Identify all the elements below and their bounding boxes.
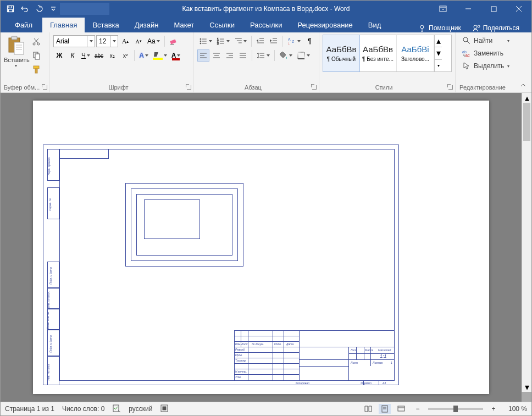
- bullets-button[interactable]: [197, 35, 214, 47]
- justify-button[interactable]: [237, 49, 249, 62]
- svg-rect-32: [172, 58, 180, 60]
- save-button[interactable]: [4, 2, 17, 15]
- tab-review[interactable]: Рецензирование: [290, 18, 360, 32]
- style-sample: АаБбВв: [363, 45, 393, 54]
- scroll-down[interactable]: ▾: [522, 382, 531, 392]
- ribbon-tabs: Файл Главная Вставка Дизайн Макет Ссылки…: [1, 17, 531, 32]
- italic-button[interactable]: К: [66, 49, 79, 62]
- underline-button[interactable]: Ч: [80, 49, 92, 62]
- font-name-select[interactable]: Arial: [53, 35, 95, 47]
- replace-button[interactable]: abacЗаменить: [459, 47, 513, 59]
- status-words[interactable]: Число слов: 0: [62, 405, 104, 413]
- tab-view[interactable]: Вид: [361, 18, 389, 32]
- title-block: Изм. Лист № докум. Подп. Дата Разраб. Пр…: [234, 330, 395, 381]
- svg-text:3: 3: [217, 42, 219, 45]
- tab-mailings[interactable]: Рассылки: [242, 18, 290, 32]
- shading-button[interactable]: [278, 49, 294, 62]
- change-case-button[interactable]: Aa: [146, 35, 162, 47]
- grow-font-button[interactable]: A▴: [119, 35, 131, 47]
- quick-access-toolbar: [1, 2, 60, 15]
- style-heading1[interactable]: АаБбВі Заголово...: [397, 35, 434, 71]
- styles-up[interactable]: ▴: [435, 35, 442, 47]
- highlight-button[interactable]: [151, 49, 169, 62]
- redo-button[interactable]: [32, 2, 46, 15]
- status-page[interactable]: Страница 1 из 1: [5, 405, 54, 413]
- clear-formatting-button[interactable]: [168, 35, 180, 47]
- view-read-mode[interactable]: [362, 404, 374, 414]
- font-color-button[interactable]: A: [170, 49, 182, 62]
- tab-insert[interactable]: Вставка: [85, 18, 126, 32]
- show-marks-button[interactable]: ¶: [303, 35, 315, 47]
- scroll-thumb[interactable]: [523, 103, 530, 141]
- cut-button[interactable]: [30, 36, 42, 48]
- styles-down[interactable]: ▾: [435, 47, 442, 59]
- borders-button[interactable]: [295, 49, 312, 62]
- document-background[interactable]: Перв. примен. Справ. № Подп. и дата Инв.…: [1, 93, 522, 402]
- view-print-layout[interactable]: [379, 404, 391, 414]
- numbering-button[interactable]: 123: [215, 35, 231, 47]
- subscript-button[interactable]: x₂: [106, 49, 118, 62]
- select-button[interactable]: Выделить▾: [459, 60, 513, 72]
- font-size-select[interactable]: 12: [96, 35, 118, 47]
- tab-design[interactable]: Дизайн: [127, 18, 167, 32]
- style-no-spacing[interactable]: АаБбВв ¶ Без инте...: [359, 35, 397, 71]
- paste-button[interactable]: Вставить ▾: [4, 35, 28, 79]
- shrink-font-button[interactable]: A▾: [132, 35, 145, 47]
- zoom-level[interactable]: 100 %: [504, 405, 527, 413]
- close-button[interactable]: [506, 1, 531, 17]
- find-button[interactable]: Найти▾: [459, 35, 513, 47]
- vertical-scrollbar[interactable]: ▴ ▾: [522, 93, 531, 392]
- status-macro-icon[interactable]: [160, 404, 169, 414]
- stamp-label: Утв.: [235, 375, 241, 379]
- text-effects-button[interactable]: A: [137, 49, 150, 62]
- tab-layout[interactable]: Макет: [166, 18, 202, 32]
- clipboard-launcher[interactable]: [41, 84, 48, 90]
- decrease-indent-button[interactable]: [254, 35, 267, 47]
- svg-point-34: [200, 41, 201, 42]
- side-label: Перв. примен.: [47, 157, 51, 175]
- qat-customize-button[interactable]: [47, 2, 60, 15]
- tab-home[interactable]: Главная: [42, 18, 85, 32]
- copy-button[interactable]: [30, 49, 42, 62]
- style-normal[interactable]: АаБбВв ¶ Обычный: [323, 35, 360, 72]
- bold-button[interactable]: Ж: [53, 49, 65, 62]
- format-painter-button[interactable]: [30, 63, 42, 75]
- font-launcher[interactable]: [185, 84, 192, 90]
- zoom-out-button[interactable]: −: [412, 404, 424, 414]
- ribbon-options-button[interactable]: [430, 1, 456, 17]
- align-center-button[interactable]: [210, 49, 223, 62]
- scroll-up[interactable]: ▴: [522, 93, 531, 103]
- side-label: Справ. №: [48, 198, 52, 211]
- svg-point-74: [463, 37, 468, 42]
- group-clipboard: Вставить ▾ Буфер обм...: [1, 32, 50, 92]
- status-language[interactable]: русский: [129, 405, 152, 413]
- style-sample: АаБбВі: [401, 45, 429, 54]
- collapse-ribbon-button[interactable]: [519, 81, 528, 90]
- superscript-button[interactable]: x²: [119, 49, 131, 62]
- embedded-drawing[interactable]: Перв. примен. Справ. № Подп. и дата Инв.…: [43, 145, 399, 385]
- strikethrough-button[interactable]: abc: [93, 49, 105, 62]
- styles-more[interactable]: ▾: [435, 60, 442, 71]
- minimize-button[interactable]: [456, 1, 481, 17]
- align-right-button[interactable]: [224, 49, 236, 62]
- line-spacing-button[interactable]: [255, 49, 271, 62]
- align-left-button[interactable]: [197, 49, 209, 62]
- zoom-slider[interactable]: [428, 408, 483, 410]
- tell-me[interactable]: Помощник: [412, 24, 467, 32]
- zoom-in-button[interactable]: +: [487, 404, 500, 414]
- stamp-label: Н.контр.: [235, 370, 247, 373]
- styles-launcher[interactable]: [447, 84, 453, 90]
- undo-button[interactable]: [18, 2, 31, 15]
- multilevel-list-button[interactable]: [232, 35, 249, 47]
- status-proofing-icon[interactable]: [112, 404, 121, 414]
- svg-line-23: [35, 38, 38, 43]
- maximize-button[interactable]: [481, 1, 506, 17]
- user-account[interactable]: [60, 3, 109, 15]
- view-web-layout[interactable]: [395, 404, 407, 414]
- paragraph-launcher[interactable]: [311, 84, 317, 90]
- share-button[interactable]: Поделиться: [467, 24, 525, 32]
- sort-button[interactable]: A↓Z: [286, 35, 302, 47]
- tab-file[interactable]: Файл: [5, 18, 42, 32]
- increase-indent-button[interactable]: [268, 35, 280, 47]
- tab-references[interactable]: Ссылки: [202, 18, 242, 32]
